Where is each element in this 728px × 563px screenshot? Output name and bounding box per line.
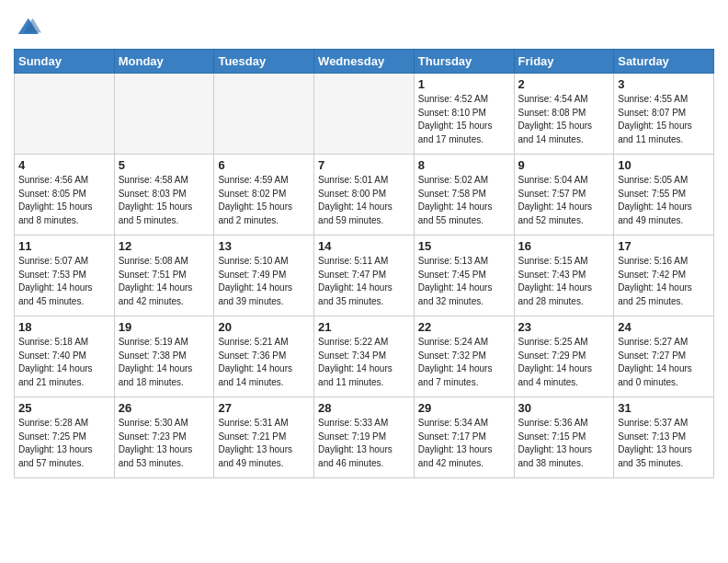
day-cell: 1Sunrise: 4:52 AM Sunset: 8:10 PM Daylig… — [414, 74, 514, 155]
day-number: 27 — [218, 401, 310, 415]
day-cell: 4Sunrise: 4:56 AM Sunset: 8:05 PM Daylig… — [15, 155, 115, 236]
week-row-1: 1Sunrise: 4:52 AM Sunset: 8:10 PM Daylig… — [15, 74, 714, 155]
day-info: Sunrise: 5:04 AM Sunset: 7:57 PM Dayligh… — [518, 174, 610, 227]
day-info: Sunrise: 5:13 AM Sunset: 7:45 PM Dayligh… — [418, 255, 510, 308]
weekday-friday: Friday — [514, 50, 614, 74]
day-info: Sunrise: 4:55 AM Sunset: 8:07 PM Dayligh… — [618, 93, 710, 146]
day-info: Sunrise: 4:59 AM Sunset: 8:02 PM Dayligh… — [218, 174, 310, 227]
day-number: 29 — [418, 401, 510, 415]
day-cell: 10Sunrise: 5:05 AM Sunset: 7:55 PM Dayli… — [614, 155, 714, 236]
day-info: Sunrise: 5:24 AM Sunset: 7:32 PM Dayligh… — [418, 336, 510, 389]
day-number: 12 — [119, 239, 210, 253]
calendar-table: SundayMondayTuesdayWednesdayThursdayFrid… — [14, 49, 714, 478]
day-cell: 13Sunrise: 5:10 AM Sunset: 7:49 PM Dayli… — [214, 236, 314, 316]
day-info: Sunrise: 5:27 AM Sunset: 7:27 PM Dayligh… — [618, 336, 710, 389]
day-info: Sunrise: 5:16 AM Sunset: 7:42 PM Dayligh… — [618, 255, 710, 308]
day-info: Sunrise: 4:56 AM Sunset: 8:05 PM Dayligh… — [18, 174, 110, 227]
day-info: Sunrise: 4:54 AM Sunset: 8:08 PM Dayligh… — [518, 93, 610, 146]
logo — [14, 14, 43, 41]
day-info: Sunrise: 5:25 AM Sunset: 7:29 PM Dayligh… — [518, 336, 610, 389]
day-cell — [15, 74, 115, 155]
weekday-tuesday: Tuesday — [214, 50, 314, 74]
day-cell: 8Sunrise: 5:02 AM Sunset: 7:58 PM Daylig… — [414, 155, 514, 236]
weekday-header-row: SundayMondayTuesdayWednesdayThursdayFrid… — [15, 50, 714, 74]
day-info: Sunrise: 5:36 AM Sunset: 7:15 PM Dayligh… — [518, 417, 610, 470]
day-info: Sunrise: 5:28 AM Sunset: 7:25 PM Dayligh… — [18, 417, 110, 470]
day-info: Sunrise: 5:07 AM Sunset: 7:53 PM Dayligh… — [18, 255, 110, 308]
day-cell: 16Sunrise: 5:15 AM Sunset: 7:43 PM Dayli… — [514, 236, 614, 316]
day-info: Sunrise: 5:22 AM Sunset: 7:34 PM Dayligh… — [318, 336, 410, 389]
day-number: 24 — [618, 320, 710, 334]
weekday-sunday: Sunday — [15, 50, 115, 74]
page: SundayMondayTuesdayWednesdayThursdayFrid… — [0, 0, 728, 492]
day-info: Sunrise: 5:10 AM Sunset: 7:49 PM Dayligh… — [218, 255, 310, 308]
day-cell: 31Sunrise: 5:37 AM Sunset: 7:13 PM Dayli… — [614, 397, 714, 478]
day-cell: 23Sunrise: 5:25 AM Sunset: 7:29 PM Dayli… — [514, 316, 614, 397]
day-number: 14 — [318, 239, 410, 253]
weekday-monday: Monday — [114, 50, 214, 74]
week-row-3: 11Sunrise: 5:07 AM Sunset: 7:53 PM Dayli… — [15, 236, 714, 316]
day-number: 3 — [618, 77, 710, 91]
weekday-saturday: Saturday — [614, 50, 714, 74]
day-info: Sunrise: 5:08 AM Sunset: 7:51 PM Dayligh… — [119, 255, 210, 308]
day-cell: 15Sunrise: 5:13 AM Sunset: 7:45 PM Dayli… — [414, 236, 514, 316]
day-number: 10 — [618, 158, 710, 172]
day-cell: 25Sunrise: 5:28 AM Sunset: 7:25 PM Dayli… — [15, 397, 115, 478]
week-row-2: 4Sunrise: 4:56 AM Sunset: 8:05 PM Daylig… — [15, 155, 714, 236]
day-info: Sunrise: 5:21 AM Sunset: 7:36 PM Dayligh… — [218, 336, 310, 389]
day-info: Sunrise: 5:30 AM Sunset: 7:23 PM Dayligh… — [119, 417, 210, 470]
day-number: 23 — [518, 320, 610, 334]
day-number: 5 — [119, 158, 210, 172]
day-info: Sunrise: 5:01 AM Sunset: 8:00 PM Dayligh… — [318, 174, 410, 227]
day-number: 11 — [18, 239, 110, 253]
day-number: 28 — [318, 401, 410, 415]
logo-icon — [14, 14, 41, 41]
day-number: 1 — [418, 77, 510, 91]
day-number: 15 — [418, 239, 510, 253]
day-info: Sunrise: 4:58 AM Sunset: 8:03 PM Dayligh… — [119, 174, 210, 227]
day-number: 22 — [418, 320, 510, 334]
day-number: 17 — [618, 239, 710, 253]
day-cell: 18Sunrise: 5:18 AM Sunset: 7:40 PM Dayli… — [15, 316, 115, 397]
day-info: Sunrise: 5:37 AM Sunset: 7:13 PM Dayligh… — [618, 417, 710, 470]
day-cell: 21Sunrise: 5:22 AM Sunset: 7:34 PM Dayli… — [314, 316, 415, 397]
day-cell: 7Sunrise: 5:01 AM Sunset: 8:00 PM Daylig… — [314, 155, 415, 236]
day-number: 21 — [318, 320, 410, 334]
day-number: 13 — [218, 239, 310, 253]
day-cell: 2Sunrise: 4:54 AM Sunset: 8:08 PM Daylig… — [514, 74, 614, 155]
day-number: 20 — [218, 320, 310, 334]
day-cell: 3Sunrise: 4:55 AM Sunset: 8:07 PM Daylig… — [614, 74, 714, 155]
day-info: Sunrise: 5:05 AM Sunset: 7:55 PM Dayligh… — [618, 174, 710, 227]
day-cell: 24Sunrise: 5:27 AM Sunset: 7:27 PM Dayli… — [614, 316, 714, 397]
day-number: 2 — [518, 77, 610, 91]
day-cell: 22Sunrise: 5:24 AM Sunset: 7:32 PM Dayli… — [414, 316, 514, 397]
day-cell: 28Sunrise: 5:33 AM Sunset: 7:19 PM Dayli… — [314, 397, 415, 478]
weekday-wednesday: Wednesday — [314, 50, 415, 74]
day-number: 31 — [618, 401, 710, 415]
day-number: 7 — [318, 158, 410, 172]
day-cell: 26Sunrise: 5:30 AM Sunset: 7:23 PM Dayli… — [114, 397, 214, 478]
day-info: Sunrise: 5:18 AM Sunset: 7:40 PM Dayligh… — [18, 336, 110, 389]
day-cell: 6Sunrise: 4:59 AM Sunset: 8:02 PM Daylig… — [214, 155, 314, 236]
week-row-4: 18Sunrise: 5:18 AM Sunset: 7:40 PM Dayli… — [15, 316, 714, 397]
day-number: 19 — [119, 320, 210, 334]
day-number: 6 — [218, 158, 310, 172]
day-cell: 29Sunrise: 5:34 AM Sunset: 7:17 PM Dayli… — [414, 397, 514, 478]
day-info: Sunrise: 5:34 AM Sunset: 7:17 PM Dayligh… — [418, 417, 510, 470]
day-cell: 12Sunrise: 5:08 AM Sunset: 7:51 PM Dayli… — [114, 236, 214, 316]
day-cell: 30Sunrise: 5:36 AM Sunset: 7:15 PM Dayli… — [514, 397, 614, 478]
day-info: Sunrise: 5:31 AM Sunset: 7:21 PM Dayligh… — [218, 417, 310, 470]
day-info: Sunrise: 5:11 AM Sunset: 7:47 PM Dayligh… — [318, 255, 410, 308]
day-number: 25 — [18, 401, 110, 415]
day-cell: 19Sunrise: 5:19 AM Sunset: 7:38 PM Dayli… — [114, 316, 214, 397]
day-info: Sunrise: 4:52 AM Sunset: 8:10 PM Dayligh… — [418, 93, 510, 146]
day-number: 26 — [119, 401, 210, 415]
day-number: 8 — [418, 158, 510, 172]
day-info: Sunrise: 5:19 AM Sunset: 7:38 PM Dayligh… — [119, 336, 210, 389]
day-cell: 20Sunrise: 5:21 AM Sunset: 7:36 PM Dayli… — [214, 316, 314, 397]
day-cell: 5Sunrise: 4:58 AM Sunset: 8:03 PM Daylig… — [114, 155, 214, 236]
day-number: 30 — [518, 401, 610, 415]
day-number: 9 — [518, 158, 610, 172]
day-cell: 17Sunrise: 5:16 AM Sunset: 7:42 PM Dayli… — [614, 236, 714, 316]
weekday-thursday: Thursday — [414, 50, 514, 74]
